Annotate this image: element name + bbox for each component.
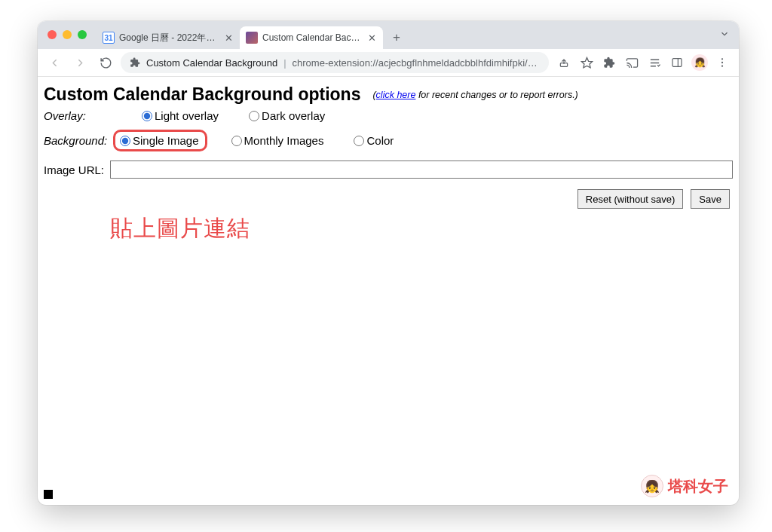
tab-google-calendar[interactable]: 31 Google 日曆 - 2022年4月 ✕ bbox=[96, 26, 240, 49]
address-bar[interactable]: Custom Calendar Background | chrome-exte… bbox=[121, 52, 549, 73]
toolbar-right: 👧 bbox=[553, 52, 733, 73]
tab-overflow-icon[interactable] bbox=[719, 29, 730, 39]
page-title: Custom Calendar Background options bbox=[44, 84, 360, 105]
calendar-favicon-icon: 31 bbox=[103, 32, 115, 44]
share-button[interactable] bbox=[553, 52, 574, 73]
menu-button[interactable] bbox=[712, 52, 733, 73]
svg-point-7 bbox=[721, 58, 723, 60]
close-window-button[interactable] bbox=[47, 30, 57, 39]
background-monthly-radio[interactable]: Monthly Images bbox=[231, 134, 324, 147]
tab-title: Google 日曆 - 2022年4月 bbox=[119, 32, 219, 44]
button-row: Reset (without save) Save bbox=[44, 189, 733, 209]
svg-point-9 bbox=[721, 66, 723, 67]
browser-window: 31 Google 日曆 - 2022年4月 ✕ Custom Calendar… bbox=[38, 21, 739, 505]
forward-button[interactable] bbox=[69, 52, 90, 73]
svg-rect-5 bbox=[672, 59, 682, 67]
watermark: 👧 塔科女子 bbox=[641, 475, 728, 497]
avatar-icon: 👧 bbox=[691, 54, 708, 71]
reload-button[interactable] bbox=[95, 52, 116, 73]
image-url-label: Image URL: bbox=[44, 164, 104, 176]
window-controls bbox=[47, 30, 87, 39]
cast-button[interactable] bbox=[621, 52, 642, 73]
radio-input[interactable] bbox=[142, 111, 152, 121]
image-url-row: Image URL: bbox=[44, 161, 733, 179]
radio-input[interactable] bbox=[354, 136, 364, 146]
extension-icon bbox=[130, 57, 140, 68]
changes-link[interactable]: click here bbox=[376, 90, 416, 100]
annotation-text: 貼上圖片連結 bbox=[110, 213, 733, 244]
omnibox-separator: | bbox=[283, 57, 286, 69]
tab-custom-calendar-background[interactable]: Custom Calendar Background … ✕ bbox=[240, 26, 383, 49]
overlay-label: Overlay: bbox=[44, 109, 112, 122]
radio-input[interactable] bbox=[231, 136, 242, 146]
side-panel-button[interactable] bbox=[666, 52, 688, 73]
overlay-row: Overlay: Light overlay Dark overlay bbox=[44, 109, 733, 122]
svg-marker-1 bbox=[581, 57, 592, 67]
black-square-icon bbox=[44, 490, 53, 499]
background-color-radio[interactable]: Color bbox=[354, 134, 394, 147]
browser-toolbar: Custom Calendar Background | chrome-exte… bbox=[38, 49, 739, 77]
radio-input[interactable] bbox=[120, 136, 130, 146]
radio-input[interactable] bbox=[249, 111, 259, 121]
back-button[interactable] bbox=[44, 52, 65, 73]
image-url-input[interactable] bbox=[110, 161, 733, 179]
bookmark-button[interactable] bbox=[576, 52, 597, 73]
watermark-text: 塔科女子 bbox=[668, 476, 728, 497]
tab-title: Custom Calendar Background … bbox=[262, 32, 362, 43]
new-tab-button[interactable]: + bbox=[386, 27, 407, 48]
changes-note: (click here for recent changes or to rep… bbox=[372, 90, 577, 100]
reset-button[interactable]: Reset (without save) bbox=[577, 189, 684, 209]
maximize-window-button[interactable] bbox=[78, 30, 87, 39]
tab-strip: 31 Google 日曆 - 2022年4月 ✕ Custom Calendar… bbox=[38, 21, 739, 49]
reading-list-button[interactable] bbox=[644, 52, 665, 73]
close-tab-icon[interactable]: ✕ bbox=[366, 32, 377, 43]
extension-favicon-icon bbox=[246, 32, 258, 44]
overlay-dark-radio[interactable]: Dark overlay bbox=[249, 109, 325, 122]
svg-point-8 bbox=[721, 62, 723, 63]
omnibox-url: chrome-extension://acjecbgflnhmeldadcbbl… bbox=[293, 57, 540, 69]
extensions-button[interactable] bbox=[599, 52, 620, 73]
profile-avatar[interactable]: 👧 bbox=[689, 52, 710, 73]
background-row: Background: Single Image Monthly Images … bbox=[44, 130, 733, 151]
highlight-box: Single Image bbox=[113, 130, 207, 151]
background-label: Background: bbox=[44, 134, 119, 147]
close-tab-icon[interactable]: ✕ bbox=[223, 32, 234, 43]
omnibox-extension-chip: Custom Calendar Background bbox=[146, 57, 277, 69]
overlay-light-radio[interactable]: Light overlay bbox=[142, 109, 219, 122]
minimize-window-button[interactable] bbox=[63, 30, 72, 39]
background-single-radio[interactable]: Single Image bbox=[120, 134, 199, 147]
save-button[interactable]: Save bbox=[691, 189, 730, 209]
watermark-icon: 👧 bbox=[641, 475, 663, 497]
page-content: Custom Calendar Background options (clic… bbox=[38, 77, 739, 505]
